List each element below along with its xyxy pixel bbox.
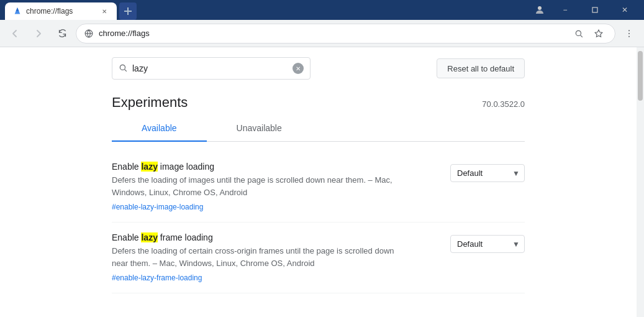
- search-icon: [119, 63, 127, 74]
- omnibox-favicon: [84, 29, 94, 39]
- svg-point-13: [628, 35, 630, 37]
- back-button[interactable]: [5, 24, 25, 44]
- scrollbar-thumb[interactable]: [638, 51, 643, 101]
- omnibox-actions: [570, 25, 607, 42]
- experiment-control: Default Enabled Disabled ▼: [450, 235, 525, 253]
- tab-title: chrome://flags: [26, 7, 96, 16]
- minimize-button[interactable]: −: [551, 0, 579, 20]
- experiment-name: Enable lazy frame loading: [112, 232, 410, 242]
- content-area: ✕ Reset all to default Experiments 70.0.…: [0, 47, 637, 317]
- tab-close-button[interactable]: ✕: [99, 6, 109, 16]
- experiment-item: Enable lazy frame loading Defers the loa…: [112, 223, 525, 293]
- titlebar: chrome://flags ✕ − ✕: [0, 0, 644, 20]
- experiment-info: Enable lazy frame loading Defers the loa…: [112, 232, 410, 283]
- svg-line-15: [125, 69, 127, 71]
- tabs-bar: Available Unavailable: [112, 116, 525, 142]
- svg-marker-10: [595, 30, 602, 37]
- menu-button[interactable]: [619, 24, 639, 44]
- page-title: Experiments: [112, 94, 188, 111]
- select-wrapper: Default Enabled Disabled ▼: [450, 235, 525, 253]
- forward-button[interactable]: [29, 24, 48, 44]
- search-input[interactable]: [132, 63, 288, 73]
- bookmark-button[interactable]: [590, 25, 607, 42]
- highlight-text: lazy: [141, 232, 157, 242]
- search-button[interactable]: [570, 25, 587, 42]
- experiment-link[interactable]: #enable-lazy-frame-loading: [112, 273, 202, 282]
- active-tab[interactable]: chrome://flags ✕: [5, 2, 117, 20]
- search-box[interactable]: ✕: [112, 57, 311, 80]
- account-icon[interactable]: [530, 0, 550, 20]
- svg-point-8: [576, 30, 581, 35]
- experiment-control: Default Enabled Disabled ▼: [450, 164, 525, 182]
- tab-favicon: [12, 6, 22, 16]
- scrollbar[interactable]: [637, 47, 644, 317]
- search-clear-button[interactable]: ✕: [293, 63, 304, 74]
- svg-point-12: [628, 33, 630, 34]
- svg-point-4: [538, 6, 542, 10]
- experiment-select[interactable]: Default Enabled Disabled: [450, 235, 525, 253]
- titlebar-left: chrome://flags ✕: [5, 1, 137, 19]
- svg-rect-5: [592, 7, 597, 12]
- svg-point-11: [628, 30, 630, 31]
- reload-button[interactable]: [52, 24, 72, 44]
- svg-marker-1: [16, 7, 19, 11]
- omnibox[interactable]: chrome://flags: [76, 24, 615, 44]
- tab-unavailable[interactable]: Unavailable: [207, 116, 312, 142]
- highlight-text: lazy: [141, 162, 157, 172]
- url-display: chrome://flags: [99, 29, 565, 38]
- tab-available[interactable]: Available: [112, 116, 207, 142]
- experiment-link[interactable]: #enable-lazy-image-loading: [112, 203, 203, 211]
- close-button[interactable]: ✕: [610, 0, 639, 20]
- search-area: ✕ Reset all to default: [112, 47, 525, 85]
- svg-point-14: [120, 65, 125, 70]
- new-tab-button[interactable]: [119, 2, 137, 20]
- experiment-name: Enable lazy image loading: [112, 162, 410, 172]
- experiment-select[interactable]: Default Enabled Disabled: [450, 164, 525, 182]
- version-label: 70.0.3522.0: [482, 99, 525, 109]
- toolbar: chrome://flags: [0, 20, 644, 47]
- svg-rect-3: [124, 11, 132, 12]
- restore-button[interactable]: [581, 0, 609, 20]
- experiment-info: Enable lazy image loading Defers the loa…: [112, 162, 410, 212]
- experiment-description: Defers the loading of images until the p…: [112, 174, 410, 198]
- experiments-header: Experiments 70.0.3522.0: [112, 94, 525, 111]
- reset-all-button[interactable]: Reset all to default: [437, 58, 525, 78]
- experiment-description: Defers the loading of certain cross-orig…: [112, 245, 410, 269]
- titlebar-controls: − ✕: [530, 0, 639, 20]
- select-wrapper: Default Enabled Disabled ▼: [450, 164, 525, 182]
- experiment-item: Enable lazy image loading Defers the loa…: [112, 152, 525, 223]
- page: ✕ Reset all to default Experiments 70.0.…: [0, 47, 644, 317]
- svg-line-9: [581, 35, 583, 37]
